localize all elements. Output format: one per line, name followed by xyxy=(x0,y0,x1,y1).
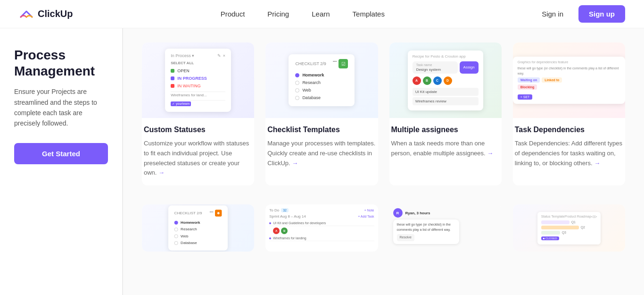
feature-title-checklist-templates: Checklist Templates xyxy=(267,126,376,134)
feature-body-multiple-assignees: Multiple assignees When a task needs mor… xyxy=(389,118,502,166)
mock-sprint-ui: To Do 32 + Note Sprint Aug 8 – Aug 14 + … xyxy=(265,204,378,252)
features-grid-bottom: CHECKLIST 2/9 ••• ☻ Homework Research xyxy=(142,204,625,252)
page-title: Process Management xyxy=(14,47,108,79)
signin-button[interactable]: Sign in xyxy=(532,6,573,22)
feature-image-custom-statuses: In Process ▾ ✎ × SELECT ALL OPEN xyxy=(142,42,254,118)
mock-statuses-ui: In Process ▾ ✎ × SELECT ALL OPEN xyxy=(142,42,254,118)
feature-title-task-dependencies: Task Dependencies xyxy=(515,126,623,134)
feature-image-bottom-comments: R Ryan, 3 hours these will go type (or c… xyxy=(389,204,502,252)
logo-text: ClickUp xyxy=(38,8,73,19)
feature-body-task-dependencies: Task Dependencies Task Dependencies: Add… xyxy=(513,118,625,176)
feature-card-task-dependencies: Graphics for dependencies feature these … xyxy=(513,42,625,185)
feature-desc-custom-statuses: Customize your workflow with statuses to… xyxy=(144,139,252,178)
signup-button[interactable]: Sign up xyxy=(578,5,625,23)
mock-comment-ui: R Ryan, 3 hours these will go type (or c… xyxy=(389,204,502,252)
feature-image-bottom-roadmap: Status Template Product Roadmap ◁ ▷ Q1 xyxy=(513,204,625,252)
nav-learn[interactable]: Learn xyxy=(302,6,339,22)
feature-card-multiple-assignees: Recipe for Pesto & Crouton app Task name… xyxy=(389,42,502,185)
logo-icon xyxy=(19,7,34,22)
feature-desc-multiple-assignees: When a task needs more than one person, … xyxy=(391,139,500,159)
get-started-button[interactable]: Get Started xyxy=(14,143,108,164)
feature-link-multiple-assignees[interactable]: → xyxy=(487,150,493,157)
feature-image-multiple-assignees: Recipe for Pesto & Crouton app Task name… xyxy=(389,42,502,118)
sidebar-description: Ensure your Projects are streamlined and… xyxy=(14,86,108,129)
nav-actions: Sign in Sign up xyxy=(532,5,625,23)
feature-card-bottom-sprint: To Do 32 + Note Sprint Aug 8 – Aug 14 + … xyxy=(265,204,378,252)
page-layout: Process Management Ensure your Projects … xyxy=(0,28,644,295)
mock-checklist-ui: CHECKLIST 2/9 ••• ☑ Homework xyxy=(265,42,378,118)
mock-roadmap-ui: Status Template Product Roadmap ◁ ▷ Q1 xyxy=(513,204,625,252)
feature-image-task-dependencies: Graphics for dependencies feature these … xyxy=(513,42,625,118)
feature-desc-task-dependencies: Task Dependencies: Add different types o… xyxy=(515,139,623,168)
feature-image-bottom-checklist: CHECKLIST 2/9 ••• ☻ Homework Research xyxy=(142,204,254,252)
content-area: In Process ▾ ✎ × SELECT ALL OPEN xyxy=(123,28,644,295)
mock-assignees-ui: Recipe for Pesto & Crouton app Task name… xyxy=(389,42,502,118)
feature-image-checklist-templates: CHECKLIST 2/9 ••• ☑ Homework xyxy=(265,42,378,118)
feature-title-multiple-assignees: Multiple assignees xyxy=(391,126,500,134)
feature-card-bottom-roadmap: Status Template Product Roadmap ◁ ▷ Q1 xyxy=(513,204,625,252)
feature-body-checklist-templates: Checklist Templates Manage your processe… xyxy=(265,118,378,176)
nav-product[interactable]: Product xyxy=(211,6,255,22)
sidebar: Process Management Ensure your Projects … xyxy=(0,28,123,295)
feature-link-checklist-templates[interactable]: → xyxy=(292,160,298,167)
mock-checklist2-ui: CHECKLIST 2/9 ••• ☻ Homework Research xyxy=(142,204,254,252)
nav-pricing[interactable]: Pricing xyxy=(258,6,298,22)
feature-title-custom-statuses: Custom Statuses xyxy=(144,126,252,134)
mock-deps-ui: Graphics for dependencies feature these … xyxy=(513,42,625,118)
feature-desc-checklist-templates: Manage your processes with templates. Qu… xyxy=(267,139,376,168)
nav-links: Product Pricing Learn Templates xyxy=(211,6,394,22)
feature-card-checklist-templates: CHECKLIST 2/9 ••• ☑ Homework xyxy=(265,42,378,185)
feature-card-bottom-checklist: CHECKLIST 2/9 ••• ☻ Homework Research xyxy=(142,204,254,252)
feature-body-custom-statuses: Custom Statuses Customize your workflow … xyxy=(142,118,254,185)
nav-templates[interactable]: Templates xyxy=(343,6,394,22)
feature-card-bottom-comments: R Ryan, 3 hours these will go type (or c… xyxy=(389,204,502,252)
navbar: ClickUp Product Pricing Learn Templates … xyxy=(0,0,644,28)
feature-link-custom-statuses[interactable]: → xyxy=(158,169,165,176)
feature-image-bottom-sprint: To Do 32 + Note Sprint Aug 8 – Aug 14 + … xyxy=(265,204,378,252)
feature-link-task-dependencies[interactable]: → xyxy=(594,160,600,167)
logo[interactable]: ClickUp xyxy=(19,7,73,22)
feature-card-custom-statuses: In Process ▾ ✎ × SELECT ALL OPEN xyxy=(142,42,254,185)
features-grid-top: In Process ▾ ✎ × SELECT ALL OPEN xyxy=(142,42,625,185)
